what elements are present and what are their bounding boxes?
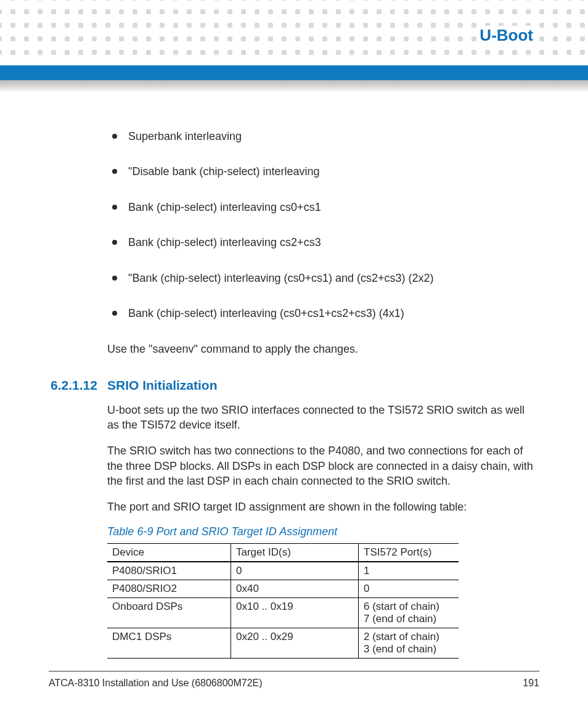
section-heading-row: 6.2.1.12 SRIO Initialization (51, 378, 539, 393)
list-item: Superbank interleaving (112, 129, 539, 144)
section-paragraph: The SRIO switch has two connections to t… (107, 443, 539, 488)
footer-divider (49, 671, 539, 671)
list-item: "Disable bank (chip-select) interleaving (112, 165, 539, 179)
table-row: P4080/SRIO2 0x40 0 (107, 580, 459, 598)
cell-target: 0x10 .. 0x19 (231, 598, 359, 628)
cell-device: P4080/SRIO2 (107, 580, 231, 598)
cell-port: 6 (start of chain) 7 (end of chain) (359, 598, 459, 628)
list-item: Bank (chip-select) interleaving cs2+cs3 (112, 236, 539, 250)
section-title: SRIO Initialization (107, 378, 218, 393)
saveenv-note: Use the "saveenv" command to apply the c… (107, 342, 539, 356)
col-target-id: Target ID(s) (231, 544, 359, 562)
page-footer: ATCA-8310 Installation and Use (6806800M… (49, 678, 539, 689)
srio-assignment-table: Device Target ID(s) TSI572 Port(s) P4080… (107, 543, 459, 659)
cell-target: 0x20 .. 0x29 (231, 628, 359, 659)
page-content: Superbank interleaving "Disable bank (ch… (107, 129, 539, 659)
interleaving-options-list: Superbank interleaving "Disable bank (ch… (112, 129, 539, 321)
list-item: "Bank (chip-select) interleaving (cs0+cs… (112, 271, 539, 285)
cell-port: 2 (start of chain) 3 (end of chain) (359, 628, 459, 659)
cell-target: 0 (231, 562, 359, 580)
header-blue-bar (0, 65, 588, 80)
cell-port: 0 (359, 580, 459, 598)
footer-page-number: 191 (523, 678, 539, 689)
footer-doc-title: ATCA-8310 Installation and Use (6806800M… (49, 678, 263, 689)
list-item: Bank (chip-select) interleaving cs0+cs1 (112, 200, 539, 215)
table-header-row: Device Target ID(s) TSI572 Port(s) (107, 544, 459, 562)
header-grey-bar (0, 80, 588, 91)
cell-target: 0x40 (231, 580, 359, 598)
cell-device: DMC1 DSPs (107, 628, 231, 659)
chapter-title: U-Boot (477, 26, 536, 45)
table-row: DMC1 DSPs 0x20 .. 0x29 2 (start of chain… (107, 628, 459, 659)
section-paragraph: The port and SRIO target ID assignment a… (107, 499, 539, 514)
list-item: Bank (chip-select) interleaving (cs0+cs1… (112, 306, 539, 321)
table-caption: Table 6-9 Port and SRIO Target ID Assign… (107, 525, 539, 538)
section-paragraph: U-boot sets up the two SRIO interfaces c… (107, 403, 539, 433)
col-tsi572-port: TSI572 Port(s) (359, 544, 459, 562)
cell-port: 1 (359, 562, 459, 580)
cell-device: Onboard DSPs (107, 598, 231, 628)
table-row: P4080/SRIO1 0 1 (107, 562, 459, 580)
section-number: 6.2.1.12 (51, 378, 107, 393)
cell-device: P4080/SRIO1 (107, 562, 231, 580)
col-device: Device (107, 544, 231, 562)
table-row: Onboard DSPs 0x10 .. 0x19 6 (start of ch… (107, 598, 459, 628)
